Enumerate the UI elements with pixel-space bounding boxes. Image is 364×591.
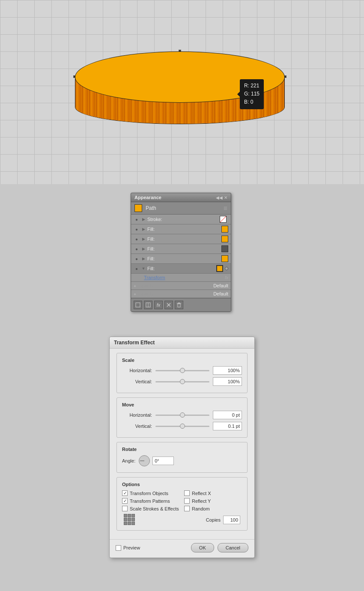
- scale-vertical-row: Vertical:: [122, 377, 242, 386]
- fx-button[interactable]: fx: [154, 301, 163, 309]
- fill-label: Fill:: [147, 246, 220, 251]
- expand-arrow[interactable]: ▶: [141, 227, 146, 231]
- angle-input[interactable]: [152, 457, 174, 465]
- scale-vertical-thumb[interactable]: [180, 379, 185, 384]
- expand-arrow[interactable]: ▶: [141, 247, 146, 251]
- scale-strokes-checkbox[interactable]: [122, 506, 128, 511]
- cancel-button[interactable]: Cancel: [218, 543, 248, 552]
- angle-row: Angle:: [122, 455, 242, 466]
- move-horizontal-thumb[interactable]: [180, 412, 185, 418]
- copies-grid-icon: [124, 514, 136, 526]
- fill-row-active: ● ▼ Fill:: [131, 264, 231, 274]
- angle-dial[interactable]: [139, 455, 150, 466]
- ok-button[interactable]: OK: [191, 543, 214, 552]
- inner-opacity-row: ● Opacity: Default: [131, 282, 231, 290]
- path-color-box: [134, 204, 142, 212]
- reflect-x-option: Reflect X: [184, 490, 242, 496]
- new-art-button[interactable]: [134, 301, 142, 309]
- scale-horizontal-label: Horizontal:: [122, 368, 152, 373]
- canvas-area: R: 221 G: 115 B: 0: [0, 0, 364, 184]
- dialog-titlebar: Transform Effect: [110, 337, 254, 349]
- collapse-arrow[interactable]: ▼: [141, 266, 146, 271]
- rotate-section: Rotate Angle:: [116, 442, 248, 473]
- options-label: Options: [122, 482, 242, 487]
- reflect-y-checkbox[interactable]: [184, 498, 190, 504]
- fill-color-swatch: [221, 255, 228, 262]
- transform-row: Transform fx: [131, 274, 231, 282]
- transform-objects-checkbox[interactable]: ✓: [122, 490, 128, 496]
- preview-checkbox[interactable]: [116, 545, 121, 551]
- fill-row-1: ● ▶ Fill:: [131, 224, 231, 234]
- move-vertical-slider[interactable]: [155, 426, 209, 427]
- stroke-row: ● ▶ Stroke:: [131, 215, 231, 224]
- path-header: Path ☰: [131, 202, 231, 215]
- fill-label: Fill:: [147, 236, 220, 242]
- path-label: Path: [146, 205, 156, 211]
- scale-horizontal-input[interactable]: [213, 366, 242, 375]
- transform-objects-option: ✓ Transform Objects: [122, 490, 180, 496]
- panel-menu-icon[interactable]: ☰: [224, 206, 227, 211]
- copies-label-input: Copies: [206, 516, 240, 524]
- move-horizontal-slider[interactable]: [155, 415, 209, 416]
- panel-controls[interactable]: ◀◀ ✕: [216, 195, 227, 200]
- tooltip-r: R: 221: [244, 82, 260, 90]
- color-tooltip: R: 221 G: 115 B: 0: [240, 79, 264, 109]
- reflect-x-checkbox[interactable]: [184, 490, 190, 496]
- fill-row-4: ● ▶ Fill:: [131, 254, 231, 264]
- visibility-icon[interactable]: ●: [134, 246, 140, 252]
- fill-label: Fill:: [147, 227, 220, 232]
- stroke-label: Stroke:: [147, 217, 218, 222]
- scale-label: Scale: [122, 358, 242, 363]
- visibility-icon[interactable]: ●: [134, 216, 140, 222]
- fx-label: fx: [225, 275, 228, 280]
- scale-horizontal-thumb[interactable]: [180, 368, 185, 373]
- transform-link[interactable]: Transform: [144, 275, 225, 280]
- visibility-icon[interactable]: ●: [134, 256, 140, 262]
- delete-button[interactable]: [164, 301, 173, 309]
- expand-arrow[interactable]: ▶: [141, 237, 146, 241]
- panel-titlebar: Appearance ◀◀ ✕: [131, 193, 231, 202]
- icon-button-2[interactable]: [144, 301, 152, 309]
- move-vertical-row: Vertical:: [122, 422, 242, 430]
- move-section: Move Horizontal: Vertical:: [116, 397, 248, 438]
- outer-opacity-label: Opacity:: [138, 291, 213, 296]
- fill-label: Fill:: [147, 266, 215, 271]
- move-vertical-input[interactable]: [213, 422, 242, 430]
- opacity-icon: ●: [134, 284, 136, 288]
- panel-title: Appearance: [134, 195, 161, 200]
- scale-vertical-slider[interactable]: [155, 381, 209, 382]
- expand-arrow[interactable]: ▶: [141, 217, 146, 221]
- tooltip-g: G: 115: [244, 90, 260, 98]
- copies-input[interactable]: [223, 516, 240, 524]
- random-label: Random: [192, 506, 210, 511]
- scale-horizontal-slider[interactable]: [155, 370, 209, 371]
- scale-horizontal-row: Horizontal:: [122, 366, 242, 375]
- inner-opacity-value: Default: [213, 283, 228, 288]
- visibility-icon[interactable]: ●: [134, 226, 140, 232]
- visibility-icon[interactable]: ●: [134, 236, 140, 242]
- move-horizontal-input[interactable]: [213, 411, 242, 419]
- fill-color-swatch-active: [216, 265, 223, 272]
- panel-close-btn[interactable]: ✕: [224, 195, 227, 200]
- svg-rect-0: [136, 303, 140, 307]
- scale-vertical-label: Vertical:: [122, 379, 152, 384]
- move-horizontal-label: Horizontal:: [122, 412, 152, 418]
- fill-row-2: ● ▶ Fill:: [131, 234, 231, 244]
- move-vertical-thumb[interactable]: [180, 424, 185, 429]
- transform-patterns-checkbox[interactable]: ✓: [122, 498, 128, 504]
- scale-vertical-input[interactable]: [213, 377, 242, 386]
- dialog-title: Transform Effect: [114, 340, 155, 346]
- svg-rect-5: [178, 304, 180, 307]
- check-icon: ✓: [123, 491, 127, 495]
- preview-row: Preview: [116, 545, 140, 551]
- visibility-icon[interactable]: ●: [134, 266, 140, 272]
- expand-arrow[interactable]: ▶: [141, 257, 146, 261]
- panel-collapse-btn[interactable]: ◀◀: [216, 195, 223, 200]
- random-checkbox[interactable]: [184, 506, 190, 511]
- transform-patterns-label: Transform Patterns: [130, 498, 170, 504]
- dialog-body: Scale Horizontal: Vertical: Move Horizon…: [110, 349, 254, 539]
- panel-content: Path ☰ ● ▶ Stroke: ● ▶ Fill: ● ▶ Fill: ●…: [131, 202, 231, 311]
- trash-button[interactable]: [175, 301, 183, 309]
- copies-row: Copies: [122, 514, 242, 526]
- outer-opacity-row: ● Opacity: Default: [131, 290, 231, 298]
